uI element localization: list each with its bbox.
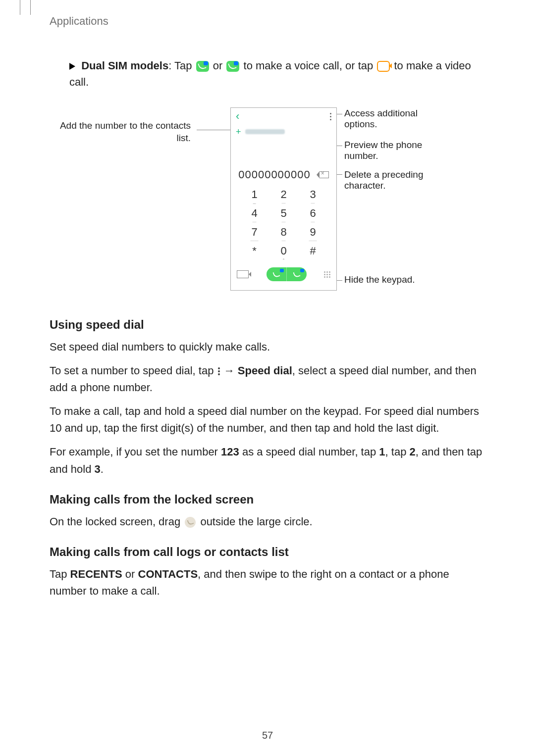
intro-mid1: : Tap [168, 59, 195, 72]
header-applications: Applications [50, 15, 485, 28]
call-sim1-icon [196, 61, 209, 72]
intro-mid2: or [213, 59, 226, 72]
hide-keypad-icon[interactable] [324, 271, 330, 278]
key-8[interactable]: 8— [269, 227, 298, 243]
key-star[interactable]: * [240, 246, 269, 261]
phone-mockup: ‹ + 00000000000 1⚊ 2— 3— 4— 5— [230, 107, 337, 291]
speed-dial-p1: Set speed dial numbers to quickly make c… [50, 339, 485, 355]
blurred-text [245, 129, 285, 134]
keypad: 1⚊ 2— 3— 4— 5— 6— 7—— 8— 9—— * 0+ # [231, 186, 336, 263]
dialed-number: 00000000000 [238, 168, 311, 181]
logs-p1: Tap RECENTS or CONTACTS, and then swipe … [50, 566, 485, 600]
key-2[interactable]: 2— [269, 189, 298, 205]
speed-dial-p3: To make a call, tap and hold a speed dia… [50, 403, 485, 437]
call-sim2-icon [226, 61, 239, 72]
more-options-icon[interactable] [330, 113, 331, 120]
leader-line [197, 130, 235, 130]
annotation-hide-keypad: Hide the keypad. [344, 274, 415, 285]
key-5[interactable]: 5— [269, 208, 298, 224]
annotation-delete-char: Delete a preceding character. [344, 169, 448, 191]
intro-lead: Dual SIM models [81, 59, 168, 72]
backspace-icon[interactable] [320, 171, 329, 178]
annotation-access-options: Access additional options. [344, 108, 448, 130]
heading-speed-dial: Using speed dial [50, 318, 485, 332]
locked-p1: On the locked screen, drag outside the l… [50, 513, 485, 530]
key-7[interactable]: 7—— [240, 227, 269, 243]
triangle-bullet-icon [69, 63, 75, 70]
speed-dial-p2: To set a number to speed dial, tap → Spe… [50, 362, 485, 396]
heading-locked-screen: Making calls from the locked screen [50, 493, 485, 506]
key-4[interactable]: 4— [240, 208, 269, 224]
annotation-preview-number: Preview the phone number. [344, 140, 448, 161]
heading-call-logs: Making calls from call logs or contacts … [50, 545, 485, 559]
key-0[interactable]: 0+ [269, 246, 298, 261]
lock-screen-call-icon [185, 517, 196, 528]
dual-call-button[interactable] [267, 267, 307, 281]
speed-dial-p4: For example, if you set the number 123 a… [50, 444, 485, 477]
dialer-diagram: Add the number to the contactslist. Acce… [87, 105, 448, 293]
page-number: 57 [0, 730, 535, 741]
back-chevron-icon[interactable]: ‹ [236, 110, 239, 123]
add-contact-icon[interactable]: + [236, 127, 241, 137]
video-call-button-icon[interactable] [237, 270, 249, 278]
key-3[interactable]: 3— [298, 189, 327, 205]
video-call-icon [377, 61, 390, 72]
intro-dual-sim: Dual SIM models: Tap or to make a voice … [69, 57, 485, 90]
more-options-inline-icon [218, 367, 220, 375]
annotation-add-contacts: Add the number to the contactslist. [60, 120, 191, 144]
key-1[interactable]: 1⚊ [240, 189, 269, 205]
key-hash[interactable]: # [298, 246, 327, 261]
key-6[interactable]: 6— [298, 208, 327, 224]
key-9[interactable]: 9—— [298, 227, 327, 243]
top-tab-marker [20, 0, 31, 15]
intro-mid3: to make a voice call, or tap [244, 59, 376, 72]
